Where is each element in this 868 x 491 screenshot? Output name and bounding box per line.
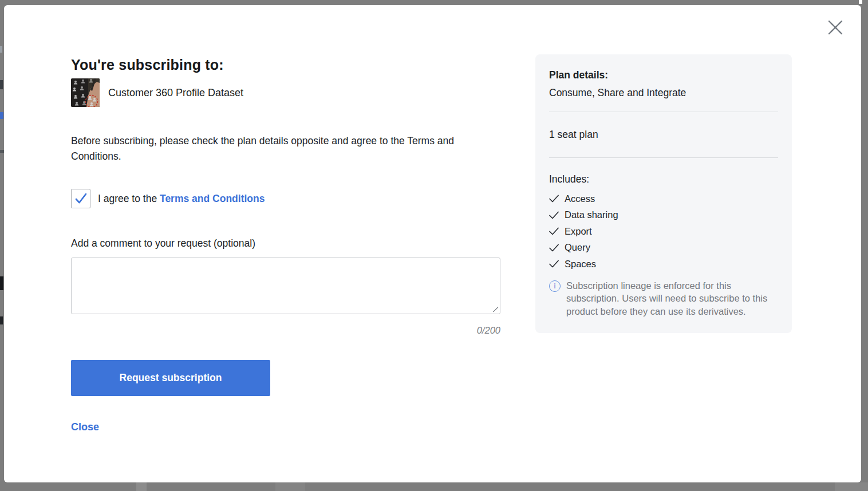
background-page-fragment <box>0 80 3 89</box>
check-icon <box>549 195 559 203</box>
includes-item-label: Data sharing <box>565 209 618 220</box>
includes-item-label: Export <box>565 226 592 237</box>
lineage-note-text: Subscription lineage is enforced for thi… <box>566 279 778 318</box>
agree-row: I agree to the Terms and Conditions <box>71 189 265 208</box>
agree-prefix: I agree to the <box>98 193 160 204</box>
includes-item: Query <box>549 240 778 256</box>
background-page-fragment <box>835 482 868 491</box>
background-page-fragment <box>0 46 2 53</box>
background-page-fragment <box>0 150 4 153</box>
includes-label: Includes: <box>549 173 778 185</box>
background-page-fragment <box>0 276 3 290</box>
plan-name: Consume, Share and Integrate <box>549 87 778 99</box>
background-page-fragment <box>859 0 862 4</box>
char-counter: 0/200 <box>71 325 500 336</box>
includes-item: Access <box>549 191 778 207</box>
check-icon <box>549 244 559 252</box>
product-name: Customer 360 Profile Dataset <box>108 87 243 99</box>
plan-details-panel: Plan details: Consume, Share and Integra… <box>535 54 792 333</box>
background-page-fragment <box>0 112 3 119</box>
terms-link[interactable]: Terms and Conditions <box>160 193 265 204</box>
background-page-fragment <box>275 482 305 491</box>
request-subscription-button[interactable]: Request subscription <box>71 360 270 396</box>
background-page-fragment <box>136 482 147 491</box>
includes-item: Spaces <box>549 256 778 272</box>
checkmark-icon <box>74 192 88 205</box>
subscription-modal: You're subscribing to: <box>4 5 861 482</box>
includes-item-label: Access <box>565 193 595 204</box>
includes-item: Export <box>549 223 778 240</box>
comment-label: Add a comment to your request (optional) <box>71 237 255 250</box>
agree-checkbox[interactable] <box>71 189 90 208</box>
divider <box>549 157 778 158</box>
product-thumbnail <box>71 78 100 107</box>
comment-field-wrap <box>71 258 500 314</box>
check-icon <box>549 227 559 235</box>
agree-label: I agree to the Terms and Conditions <box>98 193 265 205</box>
modal-title: You're subscribing to: <box>71 57 224 73</box>
divider <box>549 112 778 112</box>
intro-text: Before subscribing, please check the pla… <box>71 133 472 164</box>
includes-list: Access Data sharing Export Query Spaces <box>549 191 778 272</box>
comment-input[interactable] <box>71 258 500 314</box>
includes-item: Data sharing <box>549 207 778 224</box>
close-icon <box>827 19 843 35</box>
includes-item-label: Spaces <box>565 259 596 270</box>
close-link[interactable]: Close <box>71 421 99 433</box>
info-icon: i <box>549 280 561 292</box>
background-page-fragment <box>0 316 3 324</box>
plan-details-label: Plan details: <box>549 69 778 81</box>
check-icon <box>549 211 559 219</box>
close-button[interactable] <box>825 17 846 38</box>
check-icon <box>549 260 559 268</box>
lineage-note: i Subscription lineage is enforced for t… <box>549 279 778 318</box>
includes-item-label: Query <box>565 242 590 253</box>
product-row: Customer 360 Profile Dataset <box>71 78 243 107</box>
plan-seats: 1 seat plan <box>549 129 778 141</box>
